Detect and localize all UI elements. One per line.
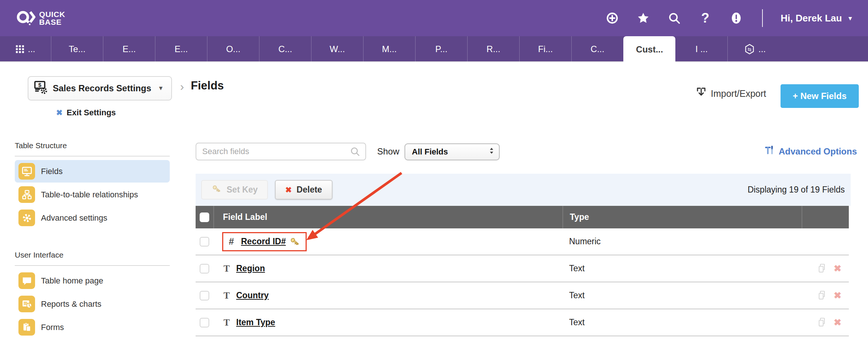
table-row: T Country Text ✖: [196, 282, 849, 309]
tab-e[interactable]: E...: [155, 36, 207, 62]
column-header-field-label[interactable]: Field Label: [213, 206, 562, 228]
select-all-checkbox[interactable]: [200, 212, 209, 222]
tab-o[interactable]: O...: [207, 36, 259, 62]
sidebar-item-fields[interactable]: Fields: [15, 160, 170, 183]
tab-w[interactable]: W...: [311, 36, 363, 62]
delete-field-icon[interactable]: ✖: [834, 290, 841, 301]
show-fields-value: All Fields: [412, 147, 448, 157]
table-row: T Item Type Text ✖: [196, 309, 849, 336]
tab-e[interactable]: E...: [103, 36, 155, 62]
search-icon: [350, 146, 360, 157]
add-icon[interactable]: [606, 11, 619, 25]
field-label-cell: T Region: [222, 264, 265, 274]
show-label: Show: [377, 146, 399, 157]
tab-cust[interactable]: Cust...: [623, 36, 675, 63]
tab-te[interactable]: Te...: [51, 36, 103, 62]
row-checkbox[interactable]: [200, 264, 209, 273]
field-type-icon: T: [222, 264, 231, 274]
tab-more-14[interactable]: ...: [727, 36, 868, 62]
search-input[interactable]: [196, 143, 366, 160]
page-header: $ Sales Records Settings ▼ › Fields ✖ Ex…: [0, 63, 868, 129]
copy-icon[interactable]: [817, 317, 827, 328]
tab-i[interactable]: I ...: [675, 36, 727, 62]
field-label-link[interactable]: Item Type: [236, 317, 275, 327]
topbar-actions: ? Hi, Derek Lau ▾: [606, 9, 852, 27]
tab-more-0[interactable]: ...: [0, 36, 51, 62]
field-type: Text: [569, 290, 585, 300]
tab-r[interactable]: R...: [467, 36, 519, 62]
field-type: Numeric: [569, 237, 601, 246]
favorites-star-icon[interactable]: [637, 11, 650, 25]
table-settings-menu[interactable]: $ Sales Records Settings ▼: [28, 76, 172, 101]
field-label-cell: # Record ID#: [222, 232, 307, 251]
row-checkbox[interactable]: [200, 291, 209, 300]
svg-text:?: ?: [701, 11, 709, 25]
delete-field-icon[interactable]: ✖: [834, 317, 841, 328]
set-key-button[interactable]: Set Key: [201, 180, 268, 200]
fields-panel: Show All Fields Advanced Options Set Ke: [196, 136, 868, 340]
user-menu[interactable]: Hi, Derek Lau ▾: [781, 13, 852, 24]
tab-fi[interactable]: Fi...: [519, 36, 571, 62]
sidebar-item-reports-charts[interactable]: Reports & charts: [15, 293, 170, 315]
tab-p[interactable]: P...: [415, 36, 467, 62]
copy-icon[interactable]: [817, 263, 827, 274]
tab-c[interactable]: C...: [571, 36, 623, 62]
close-icon: ✖: [56, 108, 63, 117]
import-export-icon: [695, 86, 707, 101]
row-checkbox[interactable]: [200, 237, 209, 246]
page-title: Fields: [191, 79, 224, 92]
clipboard-icon: [18, 319, 35, 336]
exit-settings-link[interactable]: ✖ Exit Settings: [56, 108, 116, 118]
report-icon: [18, 296, 35, 312]
quickbase-app: QUICK BASE ? Hi, Derek Lau ▾: [0, 0, 868, 340]
select-stepper-icon: [487, 145, 496, 159]
topbar: QUICK BASE ? Hi, Derek Lau ▾: [0, 0, 868, 36]
field-type: Text: [569, 317, 585, 327]
field-type-icon: T: [222, 290, 231, 301]
tab-c[interactable]: C...: [259, 36, 311, 62]
quickbase-wordmark: QUICK BASE: [39, 10, 65, 26]
delete-field-icon[interactable]: ✖: [834, 263, 841, 274]
table-row: T Region Text ✖: [196, 255, 849, 282]
quickbase-q-mark-icon: [16, 9, 35, 27]
sidebar-section-title: User Interface: [15, 245, 170, 266]
alert-icon[interactable]: [730, 11, 743, 25]
show-fields-select[interactable]: All Fields: [404, 143, 500, 160]
sidebar-section: Table Structure Fields Table-to-table re…: [15, 136, 170, 229]
tools-icon: [764, 145, 775, 158]
sidebar-item-table-home-page[interactable]: Table home page: [15, 269, 170, 292]
grid-icon: [16, 45, 24, 54]
displaying-count: Displaying 19 of 19 Fields: [748, 185, 845, 195]
table-actions-band: Set Key ✖ Delete Displaying 19 of 19 Fie…: [196, 174, 851, 206]
field-label-cell: T Item Type: [222, 317, 275, 328]
fields-table: Field Label Type # Record ID# Numeric: [196, 206, 849, 336]
new-fields-button[interactable]: + New Fields: [781, 84, 859, 108]
field-type: Text: [569, 264, 585, 273]
key-icon: [289, 236, 300, 247]
import-export-button[interactable]: Import/Export: [695, 86, 766, 101]
copy-icon[interactable]: [817, 290, 827, 301]
sidebar: Table Structure Fields Table-to-table re…: [15, 136, 170, 339]
column-header-type[interactable]: Type: [562, 206, 802, 228]
key-icon: [211, 184, 222, 196]
tab-m[interactable]: M...: [363, 36, 415, 62]
relations-icon: [18, 186, 35, 203]
hex-icon: [744, 44, 755, 55]
quickbase-logo[interactable]: QUICK BASE: [16, 9, 65, 27]
monitor-icon: [18, 163, 35, 180]
delete-button[interactable]: ✖ Delete: [275, 180, 333, 200]
sidebar-item-table-to-table-relationships[interactable]: Table-to-table relationships: [15, 183, 170, 206]
sidebar-item-advanced-settings[interactable]: Advanced settings: [15, 207, 170, 229]
user-greeting: Hi, Derek Lau: [781, 13, 842, 24]
table-settings-menu-label: Sales Records Settings: [53, 83, 151, 94]
field-label-link[interactable]: Region: [236, 264, 265, 273]
search-icon[interactable]: [668, 11, 681, 25]
table-row: # Record ID# Numeric: [196, 228, 849, 255]
advanced-options-link[interactable]: Advanced Options: [764, 145, 857, 158]
sidebar-item-forms[interactable]: Forms: [15, 316, 170, 339]
field-label-link[interactable]: Country: [236, 290, 269, 300]
field-label-link[interactable]: Record ID#: [241, 237, 286, 246]
help-icon[interactable]: ?: [699, 11, 712, 25]
row-checkbox[interactable]: [200, 318, 209, 327]
svg-text:$: $: [38, 82, 42, 88]
